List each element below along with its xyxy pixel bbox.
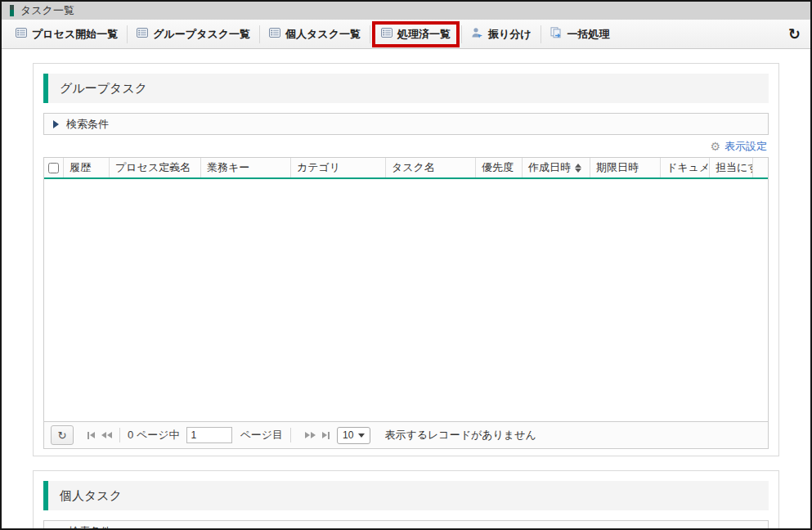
pager-nav-right <box>305 432 330 439</box>
page-title: タスク一覧 <box>20 3 74 18</box>
pager-separator <box>290 428 291 442</box>
column-header-document[interactable]: ドキュメ <box>661 158 710 177</box>
title-bar: タスク一覧 <box>2 2 810 20</box>
title-accent-icon <box>10 5 14 16</box>
section-accent-icon <box>43 481 48 510</box>
personal-task-panel-header: 個人タスク <box>43 481 769 510</box>
column-label: 業務キー <box>207 160 249 175</box>
column-header-business-key[interactable]: 業務キー <box>201 158 291 177</box>
pagination-bar: ↻ 0 ページ中 ページ目 10 <box>44 421 768 448</box>
pager-nav-left <box>87 432 112 439</box>
table-refresh-button[interactable]: ↻ <box>51 425 74 445</box>
column-header-assign-to-me[interactable]: 担当にす <box>710 158 753 177</box>
page-total-label: 0 ページ中 <box>128 428 179 442</box>
list-icon <box>269 28 280 40</box>
display-settings-link[interactable]: 表示設定 <box>725 139 767 154</box>
personal-task-title: 個人タスク <box>60 488 122 504</box>
toolbar-separator <box>370 25 370 43</box>
column-header-process-definition[interactable]: プロセス定義名 <box>110 158 201 177</box>
search-conditions-label: 検索条件 <box>69 524 111 530</box>
last-page-button[interactable] <box>322 432 330 439</box>
main-content: グループタスク 検索条件 ⚙ 表示設定 履歴 プロセス定義名 業務キー カテ <box>2 49 810 530</box>
table-body-empty <box>44 179 768 421</box>
toolbar-item-personal-task-list[interactable]: 個人タスク一覧 <box>260 24 370 45</box>
group-task-title: グループタスク <box>60 81 147 97</box>
column-header-deadline-datetime[interactable]: 期限日時 <box>590 158 661 177</box>
column-header-category[interactable]: カテゴリ <box>291 158 386 177</box>
page-size-value: 10 <box>343 429 353 441</box>
page-unit-label: ページ目 <box>240 428 283 442</box>
toolbar: プロセス開始一覧 グループタスク一覧 個人タスク一覧 処理済一覧 振り分け 一括… <box>2 20 810 49</box>
column-label: タスク名 <box>392 160 435 175</box>
group-task-panel-header: グループタスク <box>43 74 769 103</box>
first-page-button[interactable] <box>87 432 95 439</box>
next-page-button[interactable] <box>305 432 316 438</box>
list-icon <box>137 28 148 40</box>
refresh-icon[interactable]: ↻ <box>788 27 801 42</box>
column-label: カテゴリ <box>297 160 340 175</box>
column-label: 履歴 <box>70 160 91 175</box>
chevron-right-icon <box>53 120 59 128</box>
list-icon <box>16 28 27 40</box>
column-header-history[interactable]: 履歴 <box>64 158 110 177</box>
assign-person-icon <box>471 27 483 41</box>
column-label: ドキュメ <box>666 160 710 175</box>
page-number-input[interactable] <box>186 427 232 443</box>
column-label: 優先度 <box>482 160 514 175</box>
batch-process-icon <box>550 27 563 41</box>
toolbar-item-processed-list[interactable]: 処理済一覧 <box>372 21 460 47</box>
toolbar-item-label: プロセス開始一覧 <box>32 27 118 42</box>
column-label: 期限日時 <box>596 160 639 175</box>
column-label: 作成日時 <box>528 160 571 175</box>
table-header-row: 履歴 プロセス定義名 業務キー カテゴリ タスク名 優先度 作成日時 期限日時 … <box>44 158 768 179</box>
pager-separator <box>119 428 120 442</box>
toolbar-item-process-start-list[interactable]: プロセス開始一覧 <box>7 24 127 45</box>
toolbar-item-label: 処理済一覧 <box>397 27 451 42</box>
column-header-created-datetime[interactable]: 作成日時 <box>523 158 590 177</box>
group-task-table: 履歴 プロセス定義名 業務キー カテゴリ タスク名 優先度 作成日時 期限日時 … <box>43 157 769 449</box>
toolbar-item-group-task-list[interactable]: グループタスク一覧 <box>128 24 259 45</box>
chevron-down-icon <box>358 433 365 438</box>
toolbar-item-label: 一括処理 <box>568 27 610 42</box>
toolbar-item-assign[interactable]: 振り分け <box>462 24 541 45</box>
list-icon <box>381 28 393 40</box>
column-header-task-name[interactable]: タスク名 <box>386 158 476 177</box>
group-search-conditions-toggle[interactable]: 検索条件 <box>43 113 769 135</box>
display-settings-row: ⚙ 表示設定 <box>43 135 769 157</box>
select-all-cell <box>44 158 64 177</box>
column-label: プロセス定義名 <box>115 160 191 175</box>
group-task-panel: グループタスク 検索条件 ⚙ 表示設定 履歴 プロセス定義名 業務キー カテ <box>33 63 779 456</box>
personal-search-conditions-toggle[interactable]: 検索条件 <box>43 520 769 530</box>
previous-page-button[interactable] <box>101 432 112 438</box>
personal-task-panel: 個人タスク 検索条件 <box>33 470 779 530</box>
column-label: 担当にす <box>716 160 753 175</box>
toolbar-item-batch-process[interactable]: 一括処理 <box>541 24 619 45</box>
toolbar-item-label: 個人タスク一覧 <box>285 27 361 42</box>
sort-icon[interactable] <box>575 164 581 173</box>
section-accent-icon <box>43 74 48 103</box>
empty-records-message: 表示するレコードがありません <box>384 428 536 442</box>
gear-icon: ⚙ <box>710 141 720 152</box>
toolbar-item-label: グループタスク一覧 <box>153 27 250 42</box>
column-header-filler <box>753 158 768 177</box>
search-conditions-label: 検索条件 <box>66 117 109 132</box>
page-size-select[interactable]: 10 <box>337 427 370 444</box>
toolbar-item-label: 振り分け <box>488 27 532 42</box>
select-all-checkbox[interactable] <box>48 163 59 173</box>
app-window: タスク一覧 プロセス開始一覧 グループタスク一覧 個人タスク一覧 処理済一覧 振… <box>0 0 812 530</box>
column-header-priority[interactable]: 優先度 <box>476 158 523 177</box>
